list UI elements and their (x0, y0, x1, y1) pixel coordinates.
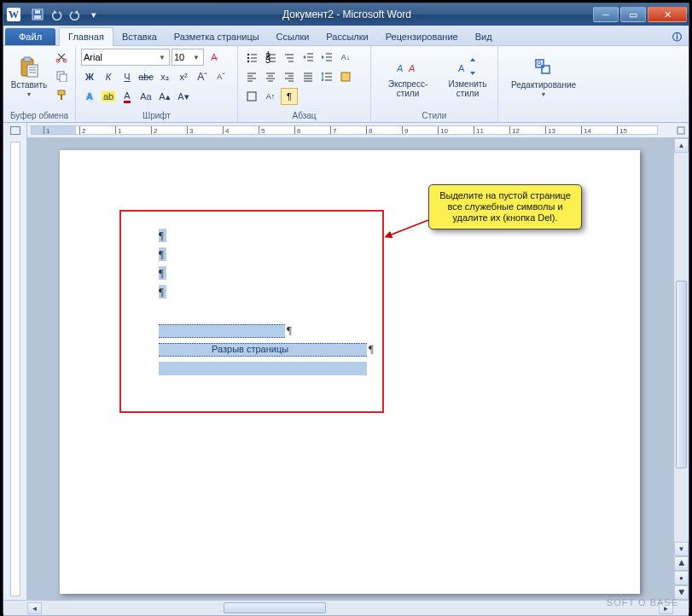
ruler-tick: 8 (366, 126, 372, 134)
ruler-tick: 6 (294, 126, 300, 134)
paste-icon (18, 56, 40, 78)
svg-point-12 (247, 54, 250, 56)
ruler-tick: 3 (187, 126, 193, 134)
font-name-combo[interactable]: Arial▼ (81, 49, 170, 66)
selected-page-break[interactable]: Разрыв страницы (159, 343, 367, 357)
help-icon[interactable]: ⓘ (667, 29, 687, 45)
document-area[interactable]: ¶ ¶ ¶ ¶ ¶ Разрыв страницы ¶ Выделите на … (27, 138, 689, 600)
bullets-icon[interactable] (243, 49, 260, 66)
tab-selector[interactable] (3, 123, 27, 138)
format-painter-icon[interactable] (53, 86, 70, 103)
font-color-icon[interactable]: A (119, 88, 136, 105)
callout-text: Выделите на пустой странице все служебны… (439, 190, 571, 223)
scrollbar-horizontal[interactable]: ◄ ► (3, 600, 689, 615)
group-editing: Редактирование ▼ (498, 46, 589, 122)
quick-styles-button[interactable]: AA Экспресс-стили (376, 49, 439, 105)
styles-group-label: Стили (376, 110, 492, 122)
ruler-horizontal[interactable]: 12123456789101112131415 (3, 123, 689, 138)
grow-font-alt[interactable]: A▴ (156, 88, 173, 105)
scroll-track[interactable] (674, 153, 689, 542)
tab-layout[interactable]: Разметка страницы (166, 28, 268, 45)
multilevel-icon[interactable] (281, 49, 298, 66)
svg-text:A: A (397, 63, 403, 73)
copy-icon[interactable] (53, 67, 70, 84)
undo-icon[interactable] (48, 7, 65, 22)
align-right-icon[interactable] (281, 68, 298, 85)
scroll-up-icon[interactable]: ▲ (674, 138, 689, 153)
tab-view[interactable]: Вид (467, 28, 501, 45)
sort-alt-icon[interactable]: A↑ (262, 88, 279, 105)
svg-rect-4 (24, 57, 31, 61)
text-effects-icon[interactable]: A (81, 88, 98, 105)
clear-formatting-icon[interactable]: A̶ (206, 49, 223, 66)
cut-icon[interactable] (53, 49, 70, 66)
paragraph-mark[interactable]: ¶ (159, 266, 166, 280)
borders-icon[interactable] (243, 88, 260, 105)
ruler-tick: 14 (581, 126, 591, 134)
ruler-tick: 2 (79, 126, 85, 134)
show-marks-button[interactable]: ¶ (281, 88, 298, 105)
line-spacing-icon[interactable] (318, 68, 335, 85)
svg-rect-11 (61, 95, 62, 100)
scroll-thumb-h[interactable] (224, 602, 326, 613)
superscript-button[interactable]: x² (175, 68, 192, 85)
page-break-label: Разрыв страницы (212, 344, 288, 354)
redo-icon[interactable] (67, 7, 84, 22)
tab-mailings[interactable]: Рассылки (317, 28, 376, 45)
tab-home[interactable]: Главная (59, 27, 113, 46)
save-icon[interactable] (29, 7, 46, 22)
prev-page-icon[interactable]: ⯅ (674, 556, 689, 571)
highlight-icon[interactable]: ab (100, 88, 117, 105)
align-center-icon[interactable] (262, 68, 279, 85)
scroll-left-icon[interactable]: ◄ (27, 602, 42, 614)
change-case-button[interactable]: Aa (137, 88, 154, 105)
tab-insert[interactable]: Вставка (113, 28, 166, 45)
editing-button[interactable]: Редактирование ▼ (503, 49, 584, 105)
ruler-toggle-icon[interactable] (673, 123, 689, 137)
minimize-button[interactable]: ─ (593, 7, 619, 22)
font-size-combo[interactable]: 10▼ (172, 49, 204, 66)
paste-label: Вставить (11, 80, 47, 90)
shrink-font-alt[interactable]: A▾ (175, 88, 192, 105)
ruler-vertical[interactable] (3, 138, 27, 600)
justify-icon[interactable] (299, 68, 317, 85)
italic-button[interactable]: К (100, 68, 117, 85)
tab-review[interactable]: Рецензирование (377, 28, 467, 45)
tab-references[interactable]: Ссылки (268, 28, 318, 45)
word-icon: W (7, 8, 20, 21)
ruler-tick: 1 (115, 126, 121, 134)
qat-customize-icon[interactable]: ▾ (85, 7, 102, 22)
page[interactable]: ¶ ¶ ¶ ¶ ¶ Разрыв страницы ¶ Выделите на … (60, 150, 640, 594)
subscript-button[interactable]: x₂ (156, 68, 173, 85)
group-clipboard: Вставить ▼ Буфер обмена (3, 46, 76, 122)
paste-button[interactable]: Вставить ▼ (9, 49, 49, 105)
sort-icon[interactable]: A↓ (337, 49, 354, 66)
close-button[interactable]: ✕ (648, 7, 687, 22)
scrollbar-vertical[interactable]: ▲ ▼ ⯅ ● ⯆ (673, 138, 689, 600)
align-left-icon[interactable] (243, 68, 260, 85)
selected-empty-line[interactable] (159, 324, 285, 338)
maximize-button[interactable]: ▭ (620, 7, 646, 22)
increase-indent-icon[interactable] (318, 49, 335, 66)
quick-styles-label: Экспресс-стили (378, 79, 438, 98)
browse-object-icon[interactable]: ● (674, 571, 689, 585)
strikethrough-button[interactable]: abc (137, 68, 154, 85)
paragraph-mark[interactable]: ¶ (159, 247, 166, 261)
decrease-indent-icon[interactable] (299, 49, 317, 66)
selected-fill[interactable] (159, 362, 367, 375)
font-size-value: 10 (174, 52, 184, 62)
tab-file[interactable]: Файл (5, 28, 55, 45)
scroll-thumb[interactable] (676, 281, 687, 468)
bold-button[interactable]: Ж (81, 68, 98, 85)
shading-icon[interactable] (337, 68, 354, 85)
paragraph-mark[interactable]: ¶ (159, 229, 166, 242)
quick-styles-icon: AA (397, 55, 419, 78)
numbering-icon[interactable]: 123 (262, 49, 279, 66)
scroll-down-icon[interactable]: ▼ (674, 542, 689, 556)
grow-font-button[interactable]: Aˆ (194, 68, 211, 85)
change-styles-button[interactable]: A Изменить стили (443, 49, 492, 105)
paragraph-mark[interactable]: ¶ (159, 285, 166, 299)
underline-button[interactable]: Ч (119, 68, 136, 85)
shrink-font-button[interactable]: Aˇ (212, 68, 230, 85)
ruler-tick: 13 (545, 126, 555, 134)
